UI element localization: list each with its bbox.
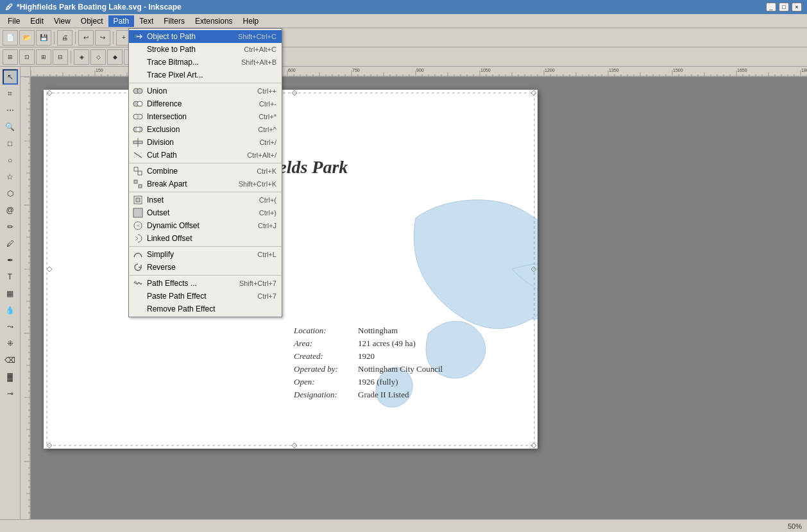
dynamic-offset-label: Dynamic Offset [147, 221, 200, 230]
select-tool[interactable]: ↖ [3, 69, 18, 85]
ruler-corner [21, 67, 31, 77]
print-button[interactable]: 🖨 [57, 30, 72, 46]
menu-item-inset[interactable]: Inset Ctrl+( [129, 194, 282, 206]
redo-button[interactable]: ↪ [95, 30, 110, 46]
close-button[interactable]: × [792, 3, 802, 12]
window-title: *Highfields Park Boating Lake.svg - Inks… [17, 3, 182, 12]
area-value: 121 acres (49 ha) [358, 338, 416, 348]
trace-bitmap-shortcut: Shift+Alt+B [241, 58, 276, 66]
spray-tool[interactable]: ⁜ [3, 336, 18, 351]
menu-section-1: Object to Path Shift+Ctrl+C Stroke to Pa… [129, 29, 282, 83]
minimize-button[interactable]: _ [766, 3, 776, 12]
menu-item-outset[interactable]: Outset Ctrl+) [129, 206, 282, 219]
menu-item-paste-path-effect[interactable]: Paste Path Effect Ctrl+7 [129, 290, 282, 303]
open-label: Open: [294, 377, 315, 387]
node-btn1[interactable]: ◈ [74, 49, 89, 65]
svg-rect-444 [138, 171, 142, 175]
circle-tool[interactable]: ○ [3, 153, 18, 168]
menu-filters[interactable]: Filters [158, 15, 190, 27]
node-tool[interactable]: ⌗ [3, 86, 18, 101]
object-to-path-shortcut: Shift+Ctrl+C [238, 33, 276, 40]
svg-rect-443 [134, 167, 138, 171]
tweak-tool[interactable]: ⋯ [3, 103, 18, 118]
svg-marker-427 [47, 267, 52, 272]
toolbar-main: 📄 📂 💾 🖨 ↩ ↪ + − X: Y: px mm cm [0, 28, 807, 47]
menu-item-union[interactable]: Union Ctrl++ [129, 85, 282, 97]
svg-point-452 [135, 281, 137, 283]
menu-extensions[interactable]: Extensions [190, 15, 238, 27]
union-label: Union [147, 87, 167, 96]
node-btn3[interactable]: ◆ [107, 49, 123, 65]
menu-edit[interactable]: Edit [25, 15, 49, 27]
menu-item-dynamic-offset[interactable]: Dynamic Offset Ctrl+J [129, 219, 282, 232]
menu-item-exclusion[interactable]: Exclusion Ctrl+^ [129, 123, 282, 136]
menu-item-division[interactable]: Division Ctrl+/ [129, 136, 282, 149]
spiral-tool[interactable]: @ [3, 203, 18, 218]
menu-item-reverse[interactable]: Reverse [129, 261, 282, 274]
menu-item-difference[interactable]: Difference Ctrl+- [129, 97, 282, 110]
menu-item-simplify[interactable]: Simplify Ctrl+L [129, 248, 282, 261]
undo-button[interactable]: ↩ [78, 30, 94, 46]
fill-tool[interactable]: ▓ [3, 369, 18, 385]
menu-item-linked-offset[interactable]: Linked Offset [129, 232, 282, 245]
node-btn2[interactable]: ◇ [90, 49, 106, 65]
menu-item-path-effects[interactable]: Path Effects ... Shift+Ctrl+7 [129, 277, 282, 290]
zoom-tool[interactable]: 🔍 [3, 119, 18, 135]
menu-bar: File Edit View Object Path Text Filters … [0, 14, 807, 28]
calligraphy-tool[interactable]: ✒ [3, 253, 18, 268]
menu-item-combine[interactable]: Combine Ctrl+K [129, 165, 282, 178]
outset-icon [132, 208, 144, 218]
rect-tool[interactable]: □ [3, 136, 18, 151]
combine-label: Combine [147, 167, 178, 176]
menu-item-trace-pixel-art[interactable]: Trace Pixel Art... [129, 69, 282, 81]
menu-section-3: Combine Ctrl+K Break Apart Shift+Ctrl+K [129, 163, 282, 192]
menu-section-4: Inset Ctrl+( Outset Ctrl+) Dynamic Offse… [129, 192, 282, 247]
snap-btn3[interactable]: ⊞ [36, 49, 51, 65]
menu-text[interactable]: Text [134, 15, 158, 27]
pencil-tool[interactable]: ✏ [3, 219, 18, 235]
division-shortcut: Ctrl+/ [259, 138, 276, 146]
menu-object[interactable]: Object [76, 15, 108, 27]
menu-item-stroke-to-path[interactable]: Stroke to Path Ctrl+Alt+C [129, 43, 282, 56]
menu-path[interactable]: Path [108, 15, 135, 27]
linked-offset-icon [132, 233, 144, 244]
menu-item-remove-path-effect[interactable]: Remove Path Effect [129, 303, 282, 315]
menu-item-break-apart[interactable]: Break Apart Shift+Ctrl+K [129, 178, 282, 190]
snap-btn1[interactable]: ⊞ [3, 49, 18, 65]
svg-text:1200: 1200 [545, 68, 555, 72]
snap-btn2[interactable]: ⊡ [19, 49, 35, 65]
3d-tool[interactable]: ⬡ [3, 186, 18, 201]
eraser-tool[interactable]: ⌫ [3, 353, 18, 368]
menu-file[interactable]: File [3, 15, 25, 27]
menu-item-object-to-path[interactable]: Object to Path Shift+Ctrl+C [129, 30, 282, 43]
snap-btn4[interactable]: ⊟ [53, 49, 68, 65]
new-button[interactable]: 📄 [3, 30, 18, 46]
svg-text:1800: 1800 [801, 68, 807, 72]
connector-tool[interactable]: ⤳ [3, 319, 18, 335]
cut-path-label: Cut Path [147, 151, 177, 160]
pen-tool[interactable]: 🖊 [3, 236, 18, 251]
svg-rect-446 [139, 185, 142, 188]
menu-section-5: Simplify Ctrl+L Reverse [129, 247, 282, 276]
status-bar: 50% [0, 519, 807, 532]
star-tool[interactable]: ☆ [3, 169, 18, 185]
menu-help[interactable]: Help [238, 15, 264, 27]
outset-shortcut: Ctrl+) [259, 209, 276, 217]
maximize-button[interactable]: □ [779, 3, 789, 12]
division-icon [132, 137, 144, 147]
gradient-tool[interactable]: ▦ [3, 286, 18, 301]
text-tool[interactable]: T [3, 269, 18, 285]
menu-item-trace-bitmap[interactable]: Trace Bitmap... Shift+Alt+B [129, 56, 282, 69]
save-button[interactable]: 💾 [36, 30, 51, 46]
exclusion-label: Exclusion [147, 125, 180, 134]
menu-view[interactable]: View [49, 15, 76, 27]
measure-tool[interactable]: ⊸ [3, 386, 18, 401]
open-button[interactable]: 📂 [19, 30, 35, 46]
menu-section-2: Union Ctrl++ Difference Ctrl+- Intersect… [129, 83, 282, 163]
simplify-label: Simplify [147, 250, 174, 259]
dropper-tool[interactable]: 💧 [3, 303, 18, 318]
menu-item-cut-path[interactable]: Cut Path Ctrl+Alt+/ [129, 149, 282, 162]
sep2 [75, 31, 76, 44]
title-bar: 🖊 *Highfields Park Boating Lake.svg - In… [0, 0, 807, 14]
menu-item-intersection[interactable]: Intersection Ctrl+* [129, 110, 282, 123]
